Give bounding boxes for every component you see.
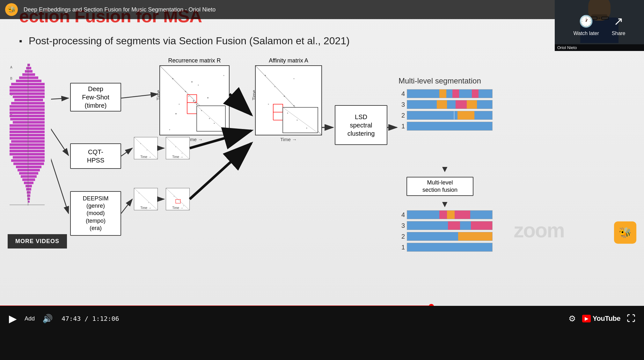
settings-button[interactable]: ⚙ <box>567 313 577 325</box>
svg-rect-44 <box>29 191 31 194</box>
svg-point-136 <box>140 143 141 144</box>
svg-line-151 <box>51 100 69 155</box>
svg-rect-63 <box>10 112 29 114</box>
svg-rect-40 <box>29 178 35 181</box>
more-videos-button[interactable]: MORE VIDEOS <box>8 234 67 248</box>
fullscreen-icon: ⛶ <box>627 314 635 324</box>
volume-button[interactable]: 🔊 <box>41 313 54 325</box>
svg-point-97 <box>175 113 177 114</box>
svg-point-125 <box>268 104 269 105</box>
svg-rect-61 <box>10 105 29 108</box>
svg-rect-58 <box>13 96 29 98</box>
matrix-small-cqt2: Time → <box>166 137 190 159</box>
play-button[interactable]: ▶ <box>8 311 18 326</box>
deep-few-shot-box: Deep Few-Shot (timbre) <box>70 83 121 112</box>
svg-rect-37 <box>29 169 40 171</box>
recurrence-matrix-large: Recurrence matrix R <box>159 57 230 142</box>
waveform: A B C D <box>10 64 45 207</box>
svg-point-133 <box>297 120 298 121</box>
svg-rect-62 <box>10 108 29 111</box>
svg-rect-39 <box>29 175 37 178</box>
svg-rect-6 <box>29 70 33 73</box>
settings-icon: ⚙ <box>568 314 576 324</box>
watch-later-button[interactable]: 🕐 Watch later <box>573 15 599 36</box>
bottom-controls-row: ▶ Add 🔊 47:43 / 1:12:06 ⚙ ▶ YouTube <box>0 306 644 331</box>
svg-rect-21 <box>29 118 45 120</box>
svg-rect-35 <box>29 162 44 165</box>
svg-rect-32 <box>29 153 45 155</box>
svg-rect-26 <box>29 134 45 136</box>
svg-rect-68 <box>10 127 29 130</box>
svg-rect-47 <box>29 201 30 203</box>
svg-rect-36 <box>29 166 41 168</box>
svg-rect-15 <box>29 99 43 101</box>
svg-rect-24 <box>29 127 45 130</box>
svg-rect-79 <box>13 162 29 165</box>
svg-rect-31 <box>29 150 45 152</box>
video-title: Deep Embeddings and Section Fusion for M… <box>24 6 216 13</box>
svg-rect-76 <box>10 153 29 155</box>
svg-text:B: B <box>10 77 12 80</box>
svg-rect-64 <box>10 115 29 117</box>
svg-rect-78 <box>11 159 29 162</box>
svg-rect-72 <box>11 140 29 143</box>
svg-rect-19 <box>29 112 45 114</box>
svg-rect-88 <box>27 191 29 194</box>
share-button[interactable]: ↗ Share <box>612 15 626 36</box>
svg-point-122 <box>293 105 295 106</box>
svg-rect-54 <box>11 83 29 85</box>
fusion-box: Multi-level section fusion <box>406 177 473 196</box>
svg-rect-55 <box>10 86 29 89</box>
svg-point-108 <box>188 96 189 97</box>
svg-point-99 <box>207 97 209 98</box>
svg-rect-27 <box>29 137 45 140</box>
svg-point-115 <box>201 110 202 111</box>
svg-point-95 <box>172 78 173 79</box>
svg-point-116 <box>209 118 210 119</box>
volume-icon: 🔊 <box>42 314 53 324</box>
deepsim-box: DEEPSIM (genre) (mood) (tempo) (era) <box>70 191 121 236</box>
svg-point-132 <box>287 113 288 114</box>
svg-rect-29 <box>29 143 45 146</box>
svg-text:A: A <box>10 66 12 69</box>
youtube-logo: ▶ <box>582 315 591 322</box>
svg-point-103 <box>223 75 224 76</box>
svg-line-153 <box>121 94 158 98</box>
clock-icon: 🕐 <box>579 15 593 28</box>
svg-point-134 <box>306 128 307 129</box>
channel-logo-area: 🐝 Deep Embeddings and Section Fusion for… <box>5 3 216 16</box>
add-button[interactable]: Add <box>23 314 36 323</box>
slide-area: ection Fusion for MSA ▪ Post-processing … <box>0 0 644 306</box>
svg-point-121 <box>284 96 285 97</box>
svg-point-119 <box>265 75 266 76</box>
svg-rect-67 <box>10 124 29 127</box>
svg-rect-11 <box>29 86 45 89</box>
svg-rect-33 <box>29 156 45 159</box>
bee-logo-slide: 🐝 <box>614 221 636 244</box>
fullscreen-button[interactable]: ⛶ <box>626 313 636 325</box>
svg-rect-23 <box>29 124 45 127</box>
svg-point-139 <box>175 147 176 147</box>
svg-rect-9 <box>29 80 41 82</box>
svg-point-106 <box>193 100 194 102</box>
svg-rect-12 <box>29 89 45 92</box>
matrix-small-cqt1: Time → <box>134 137 158 159</box>
affinity-matrix: Affinity matrix A <box>255 57 322 142</box>
svg-rect-71 <box>10 137 29 140</box>
arrow-down-1: ▼ <box>432 164 457 174</box>
flow-diagram: Deep Few-Shot (timbre) CQT- HPSS DEEPSIM… <box>51 51 644 287</box>
svg-point-101 <box>179 104 180 105</box>
svg-rect-8 <box>29 76 38 79</box>
svg-point-142 <box>139 193 139 193</box>
svg-rect-73 <box>10 143 29 146</box>
youtube-branding: ▶ YouTube <box>582 314 620 323</box>
svg-rect-22 <box>29 121 45 124</box>
video-container: ection Fusion for MSA ▪ Post-processing … <box>0 0 644 360</box>
svg-rect-18 <box>29 108 45 111</box>
svg-rect-83 <box>21 175 29 178</box>
multilevel-seg-title: Multi-level segmentation <box>399 76 481 85</box>
svg-rect-57 <box>10 92 29 95</box>
svg-rect-87 <box>26 188 29 191</box>
svg-rect-43 <box>29 188 31 191</box>
zoom-watermark: zoom <box>514 219 564 242</box>
